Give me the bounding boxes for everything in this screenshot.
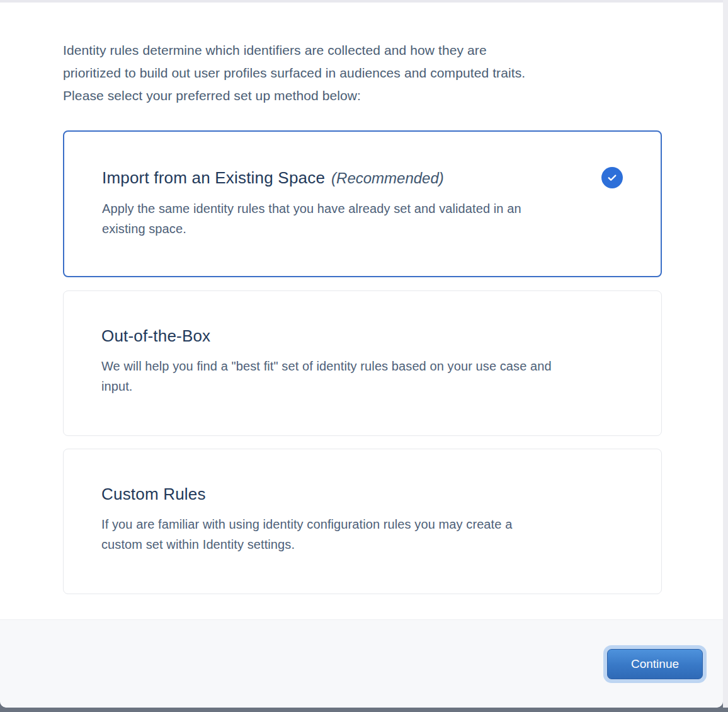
description-line: custom set within Identity settings. — [101, 534, 623, 554]
intro-line: Identity rules determine which identifie… — [63, 39, 525, 62]
selected-check-icon — [601, 167, 623, 188]
intro-line: Please select your preferred set up meth… — [63, 84, 525, 107]
card-title: Custom Rules — [101, 485, 206, 504]
card-title: Import from an Existing Space — [102, 168, 325, 188]
description-line: We will help you find a "best fit" set o… — [101, 356, 623, 376]
intro-line: prioritized to build out user profiles s… — [63, 62, 525, 84]
card-description: Apply the same identity rules that you h… — [102, 198, 623, 239]
card-header: Out-of-the-Box — [101, 326, 623, 346]
option-card-custom-rules[interactable]: Custom Rules If you are familiar with us… — [63, 449, 662, 594]
card-title: Out-of-the-Box — [101, 326, 210, 346]
card-description: We will help you find a "best fit" set o… — [101, 356, 623, 396]
card-header: Custom Rules — [101, 485, 623, 504]
description-line: Apply the same identity rules that you h… — [102, 198, 623, 219]
description-line: existing space. — [102, 219, 623, 239]
description-line: If you are familiar with using identity … — [101, 514, 623, 534]
recommended-badge: (Recommended) — [331, 169, 444, 187]
identity-rules-setup-panel: Identity rules determine which identifie… — [0, 3, 723, 708]
card-description: If you are familiar with using identity … — [101, 514, 623, 554]
intro-text: Identity rules determine which identifie… — [63, 39, 525, 107]
option-card-import-existing-space[interactable]: Import from an Existing Space (Recommend… — [63, 130, 662, 277]
scrollbar-gutter — [723, 0, 728, 708]
card-header: Import from an Existing Space (Recommend… — [102, 167, 623, 188]
continue-button[interactable]: Continue — [607, 649, 703, 679]
option-card-out-of-the-box[interactable]: Out-of-the-Box We will help you find a "… — [63, 290, 662, 436]
description-line: input. — [101, 376, 623, 396]
modal-footer: Continue — [0, 619, 723, 708]
